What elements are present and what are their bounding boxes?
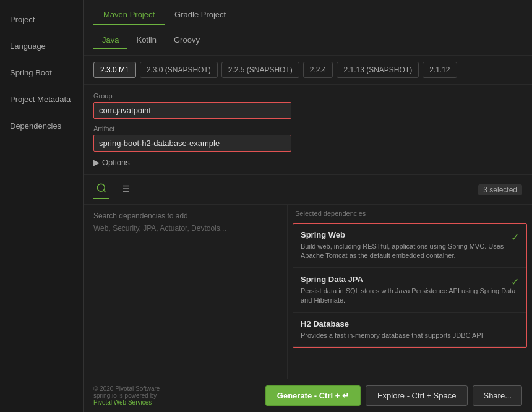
options-toggle[interactable]: ▶ Options [93, 158, 522, 167]
group-label: Group [93, 92, 522, 100]
footer: © 2020 Pivotal Software spring.io is pow… [84, 379, 532, 412]
artifact-input[interactable] [93, 135, 291, 152]
dep-card-spring-web[interactable]: Spring Web Build web, including RESTful,… [293, 224, 526, 268]
footer-buttons: Generate - Ctrl + ↵ Explore - Ctrl + Spa… [265, 385, 522, 406]
group-field-group: Group [93, 92, 522, 119]
group-input[interactable] [93, 102, 291, 119]
svg-line-1 [103, 190, 105, 192]
dep-check-spring-web: ✓ [511, 231, 519, 243]
explore-button[interactable]: Explore - Ctrl + Space [366, 385, 468, 406]
dep-title-spring-data-jpa: Spring Data JPA [301, 275, 519, 284]
lang-kotlin[interactable]: Kotlin [127, 32, 165, 49]
selected-count-badge: 3 selected [478, 184, 522, 195]
dependencies-section: 3 selected Web, Security, JPA, Actuator,… [84, 175, 532, 379]
dep-card-h2-database[interactable]: H2 Database Provides a fast in-memory da… [293, 312, 526, 347]
version-2.1.13SNAPSHOT[interactable]: 2.1.13 (SNAPSHOT) [337, 62, 419, 78]
pivotal-link[interactable]: Pivotal Web Services [93, 399, 152, 406]
version-row: 2.3.0 M1 2.3.0 (SNAPSHOT) 2.2.5 (SNAPSHO… [84, 56, 532, 85]
sidebar-item-language[interactable]: Language [0, 33, 83, 59]
version-2.3.0M1[interactable]: 2.3.0 M1 [93, 62, 136, 78]
generate-button[interactable]: Generate - Ctrl + ↵ [265, 385, 361, 406]
dep-desc-spring-data-jpa: Persist data in SQL stores with Java Per… [301, 286, 519, 306]
dep-check-spring-data-jpa: ✓ [511, 276, 519, 288]
content-area: Maven Project Gradle Project Java Kotlin… [84, 0, 532, 412]
search-icon[interactable] [93, 180, 109, 199]
version-2.2.5SNAPSHOT[interactable]: 2.2.5 (SNAPSHOT) [221, 62, 299, 78]
lang-groovy[interactable]: Groovy [165, 32, 208, 49]
artifact-field-group: Artifact [93, 125, 522, 152]
tab-gradle[interactable]: Gradle Project [165, 5, 236, 25]
share-button[interactable]: Share... [473, 385, 522, 406]
version-2.3.0SNAPSHOT[interactable]: 2.3.0 (SNAPSHOT) [140, 62, 218, 78]
dep-title-h2-database: H2 Database [301, 319, 519, 328]
version-2.1.12[interactable]: 2.1.12 [423, 62, 457, 78]
list-icon[interactable] [117, 181, 133, 199]
selected-deps-list: Spring Web Build web, including RESTful,… [293, 223, 527, 348]
artifact-label: Artifact [93, 125, 522, 132]
dep-card-spring-data-jpa[interactable]: Spring Data JPA Persist data in SQL stor… [293, 268, 526, 312]
footer-info: © 2020 Pivotal Software spring.io is pow… [93, 385, 160, 406]
selected-deps-header: Selected dependencies [288, 205, 532, 220]
deps-selected-panel: Selected dependencies Spring Web Build w… [288, 205, 532, 379]
deps-search-input[interactable] [93, 212, 277, 220]
tab-maven[interactable]: Maven Project [93, 5, 165, 25]
svg-point-0 [97, 184, 105, 191]
lang-java[interactable]: Java [93, 32, 127, 49]
dep-desc-spring-web: Build web, including RESTful, applicatio… [301, 242, 519, 261]
sidebar: Project Language Spring Boot Project Met… [0, 0, 84, 412]
deps-search-panel: Web, Security, JPA, Actuator, Devtools..… [84, 205, 288, 379]
sidebar-item-project[interactable]: Project [0, 6, 83, 33]
dep-title-spring-web: Spring Web [301, 230, 519, 239]
sidebar-item-dependencies[interactable]: Dependencies [0, 113, 83, 139]
version-2.2.4[interactable]: 2.2.4 [303, 62, 333, 78]
deps-content: Web, Security, JPA, Actuator, Devtools..… [84, 205, 532, 379]
metadata-section: Group Artifact ▶ Options [84, 85, 532, 175]
sidebar-item-project-metadata[interactable]: Project Metadata [0, 86, 83, 113]
dep-desc-h2-database: Provides a fast in-memory database that … [301, 331, 519, 340]
language-row: Java Kotlin Groovy [84, 25, 532, 56]
deps-hint: Web, Security, JPA, Actuator, Devtools..… [93, 224, 277, 233]
project-type-tabs: Maven Project Gradle Project [84, 0, 532, 25]
deps-toolbar-left [93, 180, 133, 199]
sidebar-item-spring-boot[interactable]: Spring Boot [0, 59, 83, 86]
deps-toolbar: 3 selected [84, 175, 532, 205]
